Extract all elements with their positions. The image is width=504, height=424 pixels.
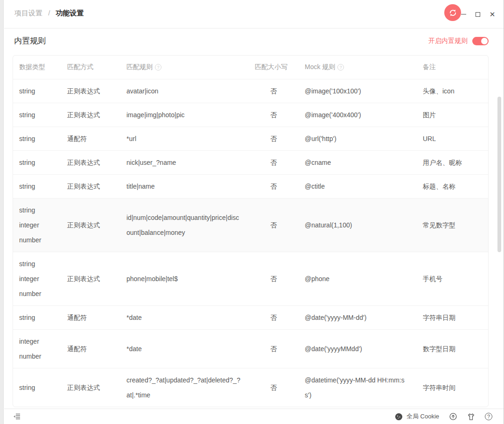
cell-note: 数字型日期 [423,341,488,356]
cell-mock-rule: @datetime('yyyy-MM-dd HH:mm:ss') [305,373,423,403]
help-button[interactable]: ? [485,413,492,420]
table-row: string 通配符 *date 否 @date('yyyy-MM-dd') 字… [13,305,488,329]
data-type-line: number [19,233,67,247]
cell-match-method: 通配符 [67,341,126,356]
help-icon[interactable]: ? [337,64,344,71]
cell-case-sensitive: 否 [255,341,305,356]
collapse-sidebar-button[interactable] [13,413,21,420]
footer-right-group: 全局 Cookie ? [395,412,492,421]
cell-mock-rule: @cname [305,155,423,170]
data-type-line: integer [19,271,67,286]
builtin-rules-table: 数据类型匹配方式匹配规则?匹配大小写Mock 规则?备注 string 正则表达… [13,55,489,407]
builtin-rules-toggle[interactable] [472,37,489,45]
global-cookie-label: 全局 Cookie [406,412,439,421]
cell-match-pattern: title|name [126,179,255,194]
page-title: 内置规则 [14,35,46,46]
cell-data-types: string [19,179,67,194]
cell-mock-rule: @ctitle [305,179,423,194]
cell-mock-rule: @natural(1,100) [305,218,423,233]
cell-match-method: 正则表达式 [67,380,126,395]
minimize-icon [461,14,466,14]
cell-match-pattern: image|img|photo|pic [126,107,255,122]
background-app-edge [0,0,4,424]
footer-bar: 全局 Cookie ? [4,409,504,424]
cell-note: 标题、名称 [423,179,488,194]
table-row: string 正则表达式 title|name 否 @ctitle 标题、名称 [13,174,488,198]
sync-icon [448,8,457,17]
data-type-line: string [19,380,67,395]
menu-fold-icon [13,413,21,420]
data-type-line: string [19,310,67,325]
table-row: string 正则表达式 created?_?at|updated?_?at|d… [13,368,488,407]
column-header-label: Mock 规则 [305,63,335,71]
data-type-line: integer [19,334,67,349]
cell-case-sensitive: 否 [255,179,305,194]
cell-mock-rule: @date('yyyy-MM-dd') [305,310,423,325]
vertical-scrollbar-thumb[interactable] [497,97,501,252]
data-type-line: string [19,155,67,170]
theme-button[interactable] [467,413,475,421]
cell-match-method: 正则表达式 [67,218,126,233]
column-header-label: 匹配方式 [67,63,93,71]
cell-match-pattern: *date [126,310,255,325]
cell-case-sensitive: 否 [255,107,305,122]
help-icon[interactable]: ? [155,64,161,71]
cell-data-types: string [19,155,67,170]
cell-match-pattern: *url [126,131,255,146]
cell-mock-rule: @image('400x400') [305,107,423,122]
breadcrumb: 项目设置 / 功能设置 [14,9,84,18]
cell-match-method: 正则表达式 [67,179,126,194]
titlebar: 项目设置 / 功能设置 ✕ [4,0,504,28]
cell-match-method: 正则表达式 [67,155,126,170]
cell-case-sensitive: 否 [255,380,305,395]
breadcrumb-separator: / [48,9,50,17]
cell-data-types: stringintegernumber [19,203,67,247]
breadcrumb-project-settings[interactable]: 项目设置 [14,9,42,17]
cell-match-pattern: avatar|icon [126,84,255,99]
cell-match-method: 正则表达式 [67,107,126,122]
toggle-label: 开启内置规则 [428,37,468,45]
cell-match-pattern: created?_?at|updated?_?at|deleted?_?at|.… [126,373,255,403]
builtin-rules-toggle-group: 开启内置规则 [428,37,489,45]
cookie-icon [395,413,403,421]
cell-match-method: 正则表达式 [67,271,126,286]
section-head: 内置规则 开启内置规则 [14,35,489,46]
column-header: Mock 规则? [305,63,423,71]
data-type-line: number [19,349,67,364]
column-header-label: 匹配规则 [126,63,153,71]
column-header: 备注 [423,63,488,71]
cell-data-types: string [19,310,67,325]
minimize-button[interactable] [460,11,467,18]
table-header-row: 数据类型匹配方式匹配规则?匹配大小写Mock 规则?备注 [13,56,488,79]
close-button[interactable]: ✕ [489,11,496,18]
cell-match-method: 通配符 [67,310,126,325]
cell-match-pattern: phone|mobile|tel$ [126,271,255,286]
maximize-icon [476,12,480,17]
column-header-label: 备注 [423,63,436,71]
cell-data-types: string [19,107,67,122]
breadcrumb-feature-settings: 功能设置 [56,9,84,17]
table-row: string 正则表达式 nick|user_?name 否 @cname 用户… [13,150,488,174]
shirt-icon [467,413,475,421]
sync-button[interactable] [444,4,461,21]
cell-note: URL [423,131,488,146]
window-controls: ✕ [460,0,496,28]
data-type-line: string [19,107,67,122]
question-circle-icon: ? [485,413,492,420]
data-type-line: string [19,256,67,271]
data-type-line: string [19,131,67,146]
cell-mock-rule: @phone [305,271,423,286]
table-row: string 正则表达式 avatar|icon 否 @image('100x1… [13,79,488,103]
cell-mock-rule: @image('100x100') [305,84,423,99]
cell-case-sensitive: 否 [255,271,305,286]
cell-mock-rule: @date('yyyyMMdd') [305,341,423,356]
global-cookie-button[interactable]: 全局 Cookie [395,412,439,421]
maximize-button[interactable] [474,11,482,18]
table-row: stringintegernumber 正则表达式 id|num|code|am… [13,198,488,252]
cell-case-sensitive: 否 [255,218,305,233]
column-header: 匹配方式 [67,63,126,71]
cell-case-sensitive: 否 [255,310,305,325]
upgrade-button[interactable] [449,412,457,421]
cell-match-pattern: id|num|code|amount|quantity|price|discou… [126,210,255,240]
cell-case-sensitive: 否 [255,84,305,99]
